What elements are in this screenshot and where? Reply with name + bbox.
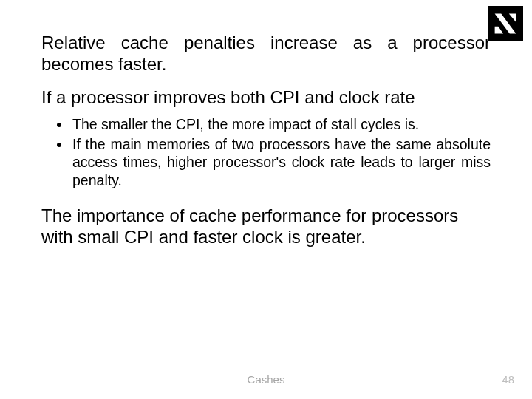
paragraph-conclusion: The importance of cache performance for … bbox=[41, 205, 491, 248]
bullet-list: The smaller the CPI, the more impact of … bbox=[41, 115, 491, 189]
slide: Relative cache penalties increase as a p… bbox=[0, 0, 532, 399]
paragraph-intro: Relative cache penalties increase as a p… bbox=[41, 33, 491, 75]
institution-logo-icon bbox=[488, 6, 523, 41]
list-item: If the main memories of two processors h… bbox=[71, 135, 491, 189]
footer-title: Cashes bbox=[0, 373, 532, 386]
list-item: The smaller the CPI, the more impact of … bbox=[71, 115, 491, 133]
footer-page-number: 48 bbox=[502, 373, 514, 386]
paragraph-condition: If a processor improves both CPI and clo… bbox=[41, 87, 491, 109]
